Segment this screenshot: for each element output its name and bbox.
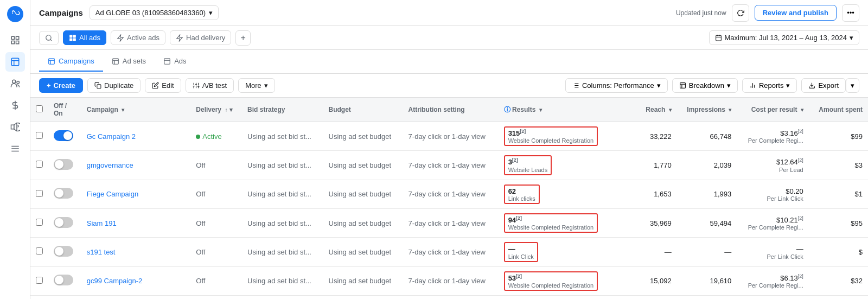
campaign-link[interactable]: gmgovernance <box>87 161 133 169</box>
sidebar-item-campaigns[interactable] <box>5 52 25 72</box>
row-impressions-cell: 59,494 <box>677 208 737 237</box>
tab-adsets[interactable]: Ad sets <box>103 52 155 72</box>
date-range-selector[interactable]: Maximum: Jul 13, 2021 – Aug 13, 2024 ▾ <box>709 30 859 45</box>
row-results-cell: 315[2] Website Completed Registration <box>499 122 612 151</box>
breakdown-button[interactable]: Breakdown ▾ <box>672 78 738 93</box>
cost-label: Per Link Click <box>742 253 803 260</box>
cost-sup: [2] <box>798 273 803 279</box>
sidebar-item-megaphone[interactable] <box>5 117 25 137</box>
campaign-toggle[interactable] <box>54 130 73 141</box>
all-ads-button[interactable]: All ads <box>63 30 106 45</box>
row-delivery-cell: Active <box>190 122 242 151</box>
ab-test-button[interactable]: A/B test <box>186 78 234 93</box>
export-dropdown-button[interactable]: ▾ <box>846 78 859 93</box>
campaign-link[interactable]: s191 test <box>87 248 116 256</box>
meta-logo[interactable] <box>5 4 25 24</box>
toolbar-right: Columns: Performance ▾ Breakdown ▾ Repor… <box>565 78 859 93</box>
review-publish-button[interactable]: Review and publish <box>755 5 837 21</box>
sidebar-item-people[interactable] <box>5 74 25 93</box>
row-checkbox[interactable] <box>36 161 43 168</box>
row-campaign-cell: Gc Campaign 2 <box>81 122 191 151</box>
row-toggle-cell <box>48 122 81 151</box>
toolbar: + Create Duplicate Edit A/B test More <box>30 74 868 98</box>
columns-button[interactable]: Columns: Performance ▾ <box>565 78 668 93</box>
campaign-toggle[interactable] <box>54 246 73 257</box>
chevron-down-icon: ▾ <box>229 106 233 113</box>
campaign-toggle[interactable] <box>54 188 73 199</box>
svg-rect-4 <box>11 58 19 66</box>
row-delivery-cell: Off <box>190 266 242 295</box>
results-number: 3[2] <box>508 157 548 166</box>
th-delivery[interactable]: Delivery ↑ ▾ <box>190 98 242 122</box>
row-delivery-cell: Off <box>190 151 242 180</box>
th-reach[interactable]: Reach ▾ <box>612 98 677 122</box>
columns-label: Columns: Performance <box>582 81 654 90</box>
th-impressions[interactable]: Impressions ▾ <box>677 98 737 122</box>
row-results-cell: 94[2] Website Completed Registration <box>499 208 612 237</box>
th-cost-per-result[interactable]: Cost per result ▾ <box>737 98 808 122</box>
row-bid-cell: Using ad set bid st... <box>242 238 323 266</box>
more-options-button[interactable]: ••• <box>842 4 859 22</box>
campaign-link[interactable]: gc99 Campaign-2 <box>87 277 143 285</box>
row-checkbox[interactable] <box>36 190 43 197</box>
cost-value: $6.13[2] <box>742 273 803 282</box>
delivery-status: Off <box>196 248 205 256</box>
svg-rect-20 <box>73 38 76 41</box>
row-cost-cell: $6.13[2] Per Complete Regi... <box>737 266 808 295</box>
row-reach-cell: 33,222 <box>612 122 677 151</box>
campaign-link[interactable]: Fiege Campaign <box>87 190 138 198</box>
date-range-label: Maximum: Jul 13, 2021 – Aug 13, 2024 <box>725 34 847 42</box>
th-campaign[interactable]: Campaign ▾ <box>81 98 191 122</box>
campaign-toggle[interactable] <box>54 275 73 285</box>
row-attribution-cell: 7-day click or 1-day view <box>403 266 499 295</box>
status-dot <box>196 135 200 139</box>
sidebar <box>0 0 30 299</box>
filter-left: All ads Active ads Had delivery + <box>39 30 251 46</box>
create-button[interactable]: + Create <box>39 78 83 93</box>
campaign-selector[interactable]: Ad GLOBE 03 (810958360483360) ▾ <box>90 5 219 20</box>
more-button[interactable]: More ▾ <box>238 78 275 93</box>
svg-rect-30 <box>113 58 119 64</box>
row-checkbox[interactable] <box>36 132 43 139</box>
row-budget-cell: Using ad set budget <box>323 295 403 299</box>
cost-label: Per Complete Regi... <box>742 282 803 289</box>
had-delivery-button[interactable]: Had delivery <box>170 30 231 45</box>
info-icon[interactable]: ⓘ <box>504 106 510 113</box>
active-ads-button[interactable]: Active ads <box>111 30 165 45</box>
row-results-cell: 53[2] Website Completed Registration <box>499 266 612 295</box>
refresh-button[interactable] <box>732 4 749 22</box>
duplicate-button[interactable]: Duplicate <box>87 78 141 93</box>
toggle-knob <box>55 247 63 256</box>
edit-button[interactable]: Edit <box>145 78 181 93</box>
export-button[interactable]: Export <box>801 78 846 93</box>
row-checkbox[interactable] <box>36 277 43 284</box>
results-number: 53[2] <box>508 273 594 282</box>
campaign-toggle[interactable] <box>54 159 73 170</box>
search-button[interactable] <box>39 31 59 45</box>
sidebar-item-money[interactable] <box>5 96 25 115</box>
select-all-checkbox[interactable] <box>36 105 43 112</box>
row-checkbox[interactable] <box>36 219 43 226</box>
tab-ads[interactable]: Ads <box>155 52 195 72</box>
row-bid-cell: Using ad set bid st... <box>242 208 323 237</box>
table-row: Siam 191 Off Using ad set bid st... Usin… <box>30 208 868 237</box>
row-budget-cell: Using ad set budget <box>323 266 403 295</box>
campaign-toggle[interactable] <box>54 217 73 228</box>
results-label: Link Click <box>508 253 534 260</box>
sidebar-item-home[interactable] <box>5 30 25 50</box>
th-bid-strategy: Bid strategy <box>242 98 323 122</box>
sidebar-item-menu[interactable] <box>5 139 25 158</box>
row-cost-cell: $10.21[2] Per Complete Regi... <box>737 208 808 237</box>
reports-button[interactable]: Reports ▾ <box>742 78 797 93</box>
svg-marker-11 <box>14 123 16 131</box>
tab-campaigns[interactable]: Campaigns <box>39 52 103 72</box>
row-checkbox[interactable] <box>36 247 43 255</box>
row-toggle-cell <box>48 238 81 266</box>
add-filter-button[interactable]: + <box>235 30 251 46</box>
table-row: gc99 Campaign-2 Off Using ad set bid st.… <box>30 266 868 295</box>
svg-rect-3 <box>11 41 14 44</box>
row-checkbox-cell <box>30 208 48 237</box>
th-results[interactable]: ⓘ Results ▾ <box>499 98 612 122</box>
campaign-link[interactable]: Siam 191 <box>87 219 117 227</box>
campaign-link[interactable]: Gc Campaign 2 <box>87 132 136 141</box>
